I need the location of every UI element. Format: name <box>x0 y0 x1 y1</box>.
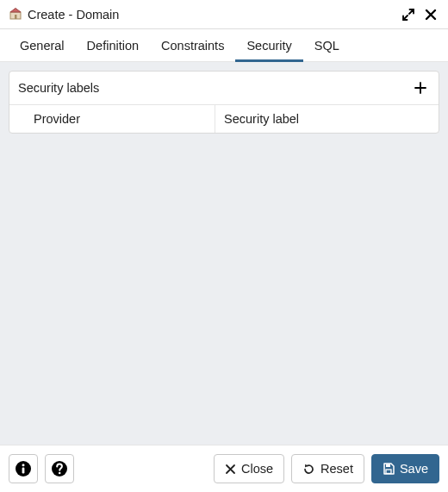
tab-sql[interactable]: SQL <box>303 31 351 63</box>
titlebar: Create - Domain <box>0 0 448 28</box>
tab-security[interactable]: Security <box>235 31 302 63</box>
security-labels-panel: Security labels Provider Security label <box>9 71 439 134</box>
x-icon <box>225 464 236 475</box>
save-button-label: Save <box>400 462 428 476</box>
svg-marker-8 <box>305 464 308 467</box>
create-domain-dialog: Create - Domain General Definition Const… <box>0 0 448 492</box>
help-icon <box>51 460 68 477</box>
svg-point-7 <box>59 472 61 475</box>
column-provider: Provider <box>9 105 215 133</box>
close-button-label: Close <box>241 462 273 476</box>
svg-rect-5 <box>22 468 25 474</box>
svg-rect-9 <box>386 464 390 468</box>
svg-marker-1 <box>10 8 21 12</box>
save-button[interactable]: Save <box>371 454 439 483</box>
dialog-footer: Close Reset Save <box>0 445 448 492</box>
reset-icon <box>302 463 315 476</box>
info-icon <box>15 460 32 477</box>
info-button[interactable] <box>9 454 38 483</box>
panel-title: Security labels <box>18 81 99 95</box>
reset-button-label: Reset <box>320 462 353 476</box>
close-icon <box>425 9 437 21</box>
svg-point-4 <box>22 464 25 466</box>
dialog-title: Create - Domain <box>28 8 119 22</box>
expand-button[interactable] <box>400 6 417 23</box>
tab-constraints[interactable]: Constraints <box>150 31 235 63</box>
close-button[interactable]: Close <box>214 454 284 483</box>
add-security-label-button[interactable] <box>411 78 430 97</box>
column-security-label: Security label <box>215 105 439 133</box>
save-icon <box>383 463 395 475</box>
expand-icon <box>402 9 414 21</box>
svg-rect-2 <box>15 15 17 19</box>
panel-header: Security labels <box>9 72 439 105</box>
tab-definition[interactable]: Definition <box>76 31 150 63</box>
dialog-body: Security labels Provider Security label <box>0 62 448 445</box>
plus-icon <box>414 81 427 95</box>
close-dialog-button[interactable] <box>422 6 439 23</box>
tabs: General Definition Constraints Security … <box>0 29 448 62</box>
domain-icon <box>9 7 22 23</box>
panel-column-headers: Provider Security label <box>9 105 439 133</box>
help-button[interactable] <box>45 454 74 483</box>
tab-general[interactable]: General <box>9 31 76 63</box>
reset-button[interactable]: Reset <box>291 454 364 483</box>
svg-rect-10 <box>386 470 391 474</box>
